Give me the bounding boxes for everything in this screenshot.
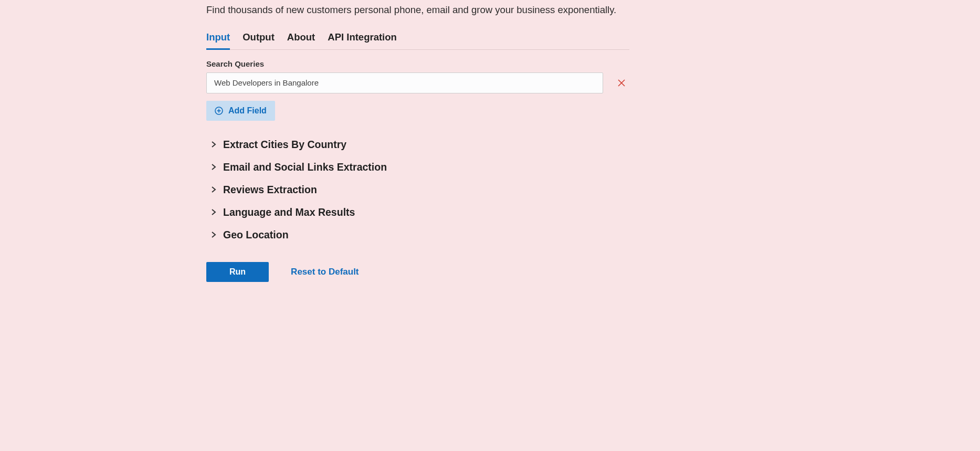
- tab-output[interactable]: Output: [243, 32, 275, 50]
- form-actions: Run Reset to Default: [206, 262, 629, 282]
- add-field-label: Add Field: [228, 106, 267, 116]
- add-field-button[interactable]: Add Field: [206, 101, 275, 121]
- search-query-input[interactable]: [206, 72, 603, 93]
- section-title: Language and Max Results: [223, 206, 355, 218]
- tab-api-integration[interactable]: API Integration: [328, 32, 397, 50]
- tab-about[interactable]: About: [287, 32, 315, 50]
- chevron-right-icon: [210, 141, 217, 148]
- search-query-row: [206, 72, 629, 93]
- tab-input[interactable]: Input: [206, 32, 230, 50]
- reset-to-default-link[interactable]: Reset to Default: [291, 267, 359, 277]
- section-title: Extract Cities By Country: [223, 139, 346, 151]
- close-icon: [618, 79, 625, 87]
- section-extract-cities[interactable]: Extract Cities By Country: [210, 133, 629, 156]
- page-subtitle: Find thousands of new customers personal…: [206, 3, 629, 17]
- section-language-max[interactable]: Language and Max Results: [210, 201, 629, 224]
- run-button[interactable]: Run: [206, 262, 269, 282]
- collapsible-section-list: Extract Cities By Country Email and Soci…: [210, 133, 629, 246]
- plus-circle-icon: [215, 107, 223, 115]
- tab-bar: Input Output About API Integration: [206, 32, 629, 50]
- section-email-social[interactable]: Email and Social Links Extraction: [210, 156, 629, 179]
- section-title: Email and Social Links Extraction: [223, 161, 387, 173]
- section-reviews[interactable]: Reviews Extraction: [210, 179, 629, 201]
- section-title: Reviews Extraction: [223, 184, 317, 196]
- chevron-right-icon: [210, 186, 217, 193]
- section-geo-location[interactable]: Geo Location: [210, 224, 629, 246]
- section-title: Geo Location: [223, 229, 289, 241]
- chevron-right-icon: [210, 164, 217, 170]
- remove-field-button[interactable]: [616, 77, 627, 89]
- chevron-right-icon: [210, 232, 217, 238]
- search-queries-label: Search Queries: [206, 59, 629, 68]
- chevron-right-icon: [210, 209, 217, 215]
